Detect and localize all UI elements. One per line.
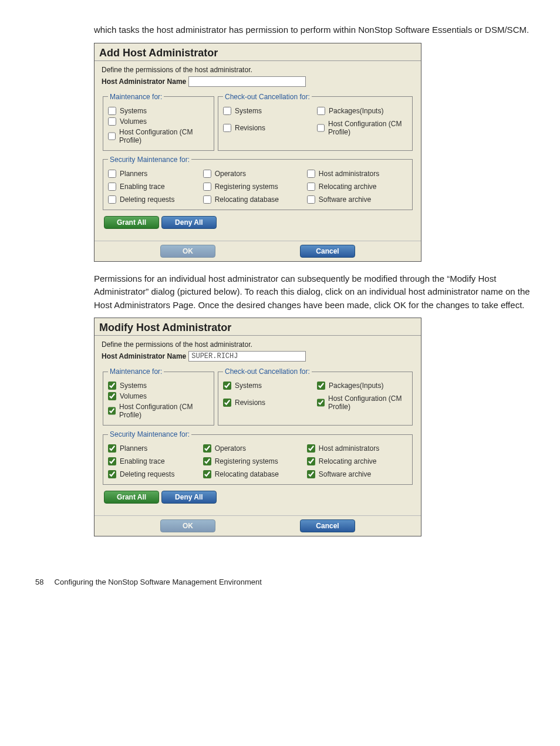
- ok-button[interactable]: OK: [160, 519, 215, 532]
- cb-co-hostconfig[interactable]: [317, 399, 325, 407]
- opt-label: Host Configuration (CM Profile): [328, 394, 407, 411]
- opt-label: Relocating archive: [319, 457, 377, 465]
- security-legend: Security Maintenance for:: [108, 430, 191, 438]
- intro-paragraph: which tasks the host administrator has p…: [94, 23, 537, 37]
- cb-sec-regsystems[interactable]: [203, 183, 211, 191]
- cancel-button[interactable]: Cancel: [300, 245, 355, 258]
- cb-maint-hostconfig[interactable]: [108, 132, 116, 140]
- opt-label: Relocating archive: [319, 183, 377, 191]
- opt-label: Host Configuration (CM Profile): [119, 403, 209, 419]
- opt-label: Host Configuration (CM Profile): [328, 120, 407, 136]
- cb-maint-systems[interactable]: [108, 107, 116, 115]
- deny-all-button[interactable]: Deny All: [161, 216, 217, 229]
- host-admin-name-input[interactable]: [188, 351, 306, 362]
- grant-all-button[interactable]: Grant All: [104, 216, 159, 229]
- cb-maint-systems[interactable]: [108, 382, 116, 390]
- cb-sec-reldatabase[interactable]: [203, 470, 211, 478]
- page-footer: 58 Configuring the NonStop Software Mana…: [35, 578, 537, 586]
- security-fieldset: Security Maintenance for: Planners Opera…: [103, 430, 413, 485]
- cb-co-packages[interactable]: [317, 382, 325, 390]
- cb-sec-delrequests[interactable]: [108, 470, 116, 478]
- opt-label: Systems: [120, 107, 147, 115]
- checkout-legend: Check-out Cancellation for:: [223, 367, 312, 376]
- cb-sec-regsystems[interactable]: [203, 457, 211, 465]
- opt-label: Packages(Inputs): [329, 107, 383, 115]
- name-label: Host Administrator Name: [102, 352, 186, 360]
- opt-label: Relocating database: [215, 470, 279, 478]
- opt-label: Registering systems: [215, 457, 278, 465]
- host-admin-name-input[interactable]: [188, 76, 306, 87]
- cb-co-systems[interactable]: [223, 382, 231, 390]
- opt-label: Deleting requests: [120, 195, 174, 204]
- opt-label: Software archive: [319, 470, 371, 478]
- modify-host-admin-dialog: Modify Host Administrator Define the per…: [94, 318, 421, 536]
- maintenance-legend: Maintenance for:: [108, 367, 164, 376]
- opt-label: Host administrators: [319, 170, 379, 178]
- page-number: 58: [35, 578, 43, 586]
- opt-label: Host administrators: [319, 444, 379, 453]
- grant-all-button[interactable]: Grant All: [104, 491, 159, 504]
- cb-sec-relarchive[interactable]: [307, 457, 315, 465]
- cb-co-revisions[interactable]: [223, 399, 231, 407]
- opt-label: Registering systems: [215, 183, 278, 191]
- maintenance-fieldset: Maintenance for: Systems Volumes Host Co…: [103, 93, 214, 151]
- opt-label: Operators: [215, 170, 246, 178]
- opt-label: Enabling trace: [120, 183, 165, 191]
- section-title: Configuring the NonStop Software Managem…: [55, 578, 262, 586]
- opt-label: Systems: [120, 382, 147, 390]
- checkout-legend: Check-out Cancellation for:: [223, 93, 312, 101]
- cb-sec-enablingtrace[interactable]: [108, 457, 116, 465]
- opt-label: Volumes: [120, 117, 147, 126]
- cb-co-hostconfig[interactable]: [317, 124, 325, 132]
- maintenance-legend: Maintenance for:: [108, 93, 164, 101]
- cb-sec-relarchive[interactable]: [307, 183, 315, 191]
- dialog-title: Add Host Administrator: [95, 43, 421, 61]
- opt-label: Enabling trace: [120, 457, 165, 465]
- security-fieldset: Security Maintenance for: Planners Opera…: [103, 156, 413, 210]
- cb-sec-planners[interactable]: [108, 170, 116, 178]
- maintenance-fieldset: Maintenance for: Systems Volumes Host Co…: [103, 367, 214, 426]
- cb-sec-delrequests[interactable]: [108, 195, 116, 204]
- opt-label: Revisions: [235, 399, 265, 407]
- opt-label: Operators: [215, 444, 246, 453]
- dialog-instruction: Define the permissions of the host admin…: [102, 340, 415, 349]
- cb-co-revisions[interactable]: [223, 124, 231, 132]
- cb-co-packages[interactable]: [317, 107, 325, 115]
- dialog-title: Modify Host Administrator: [95, 318, 421, 336]
- dialog-instruction: Define the permissions of the host admin…: [102, 66, 415, 74]
- opt-label: Software archive: [319, 195, 371, 204]
- cb-sec-swarchive[interactable]: [307, 470, 315, 478]
- cb-sec-planners[interactable]: [108, 444, 116, 453]
- name-label: Host Administrator Name: [102, 77, 186, 86]
- cb-maint-volumes[interactable]: [108, 117, 116, 126]
- opt-label: Planners: [120, 170, 147, 178]
- cb-sec-operators[interactable]: [203, 444, 211, 453]
- cb-sec-hostadmins[interactable]: [307, 444, 315, 453]
- mid-paragraph: Permissions for an individual host admin…: [94, 272, 537, 312]
- opt-label: Systems: [235, 107, 262, 115]
- checkout-fieldset: Check-out Cancellation for: Systems Pack…: [218, 93, 413, 151]
- checkout-fieldset: Check-out Cancellation for: Systems Pack…: [218, 367, 413, 426]
- cb-sec-enablingtrace[interactable]: [108, 183, 116, 191]
- opt-label: Relocating database: [215, 195, 279, 204]
- opt-label: Volumes: [120, 392, 147, 400]
- cb-co-systems[interactable]: [223, 107, 231, 115]
- opt-label: Deleting requests: [120, 470, 174, 478]
- opt-label: Planners: [120, 444, 147, 453]
- cb-sec-swarchive[interactable]: [307, 195, 315, 204]
- deny-all-button[interactable]: Deny All: [161, 491, 217, 504]
- cb-maint-hostconfig[interactable]: [108, 407, 116, 415]
- opt-label: Host Configuration (CM Profile): [119, 128, 209, 144]
- cb-maint-volumes[interactable]: [108, 392, 116, 400]
- add-host-admin-dialog: Add Host Administrator Define the permis…: [94, 43, 421, 262]
- opt-label: Revisions: [235, 124, 265, 132]
- cb-sec-operators[interactable]: [203, 170, 211, 178]
- security-legend: Security Maintenance for:: [108, 156, 191, 164]
- cb-sec-reldatabase[interactable]: [203, 195, 211, 204]
- cancel-button[interactable]: Cancel: [300, 519, 355, 532]
- cb-sec-hostadmins[interactable]: [307, 170, 315, 178]
- opt-label: Systems: [235, 382, 262, 390]
- ok-button[interactable]: OK: [160, 245, 215, 258]
- opt-label: Packages(Inputs): [329, 382, 383, 390]
